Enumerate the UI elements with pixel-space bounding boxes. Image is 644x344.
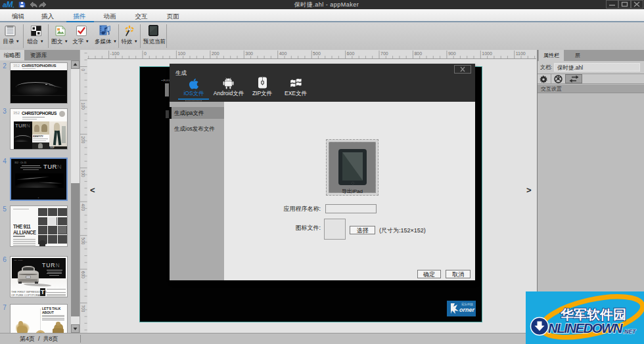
svg-text:100: 100	[81, 102, 85, 110]
svg-text:400: 400	[81, 204, 85, 211]
svg-text:400: 400	[279, 51, 287, 56]
svg-text:500: 500	[313, 51, 321, 56]
svg-text:600: 600	[347, 51, 355, 56]
svg-text:200: 200	[81, 136, 85, 143]
svg-text:700: 700	[380, 51, 388, 56]
svg-text:1100: 1100	[516, 51, 526, 56]
svg-text:300: 300	[81, 170, 85, 177]
svg-text:0: 0	[81, 69, 85, 72]
svg-text:100: 100	[177, 51, 185, 56]
svg-text:200: 200	[212, 51, 219, 56]
svg-text:NLINEDOWN: NLINEDOWN	[548, 320, 624, 335]
svg-text:华军软件园: 华军软件园	[560, 307, 626, 322]
svg-text:-100: -100	[110, 51, 120, 56]
svg-text:300: 300	[245, 51, 253, 56]
svg-text:500: 500	[81, 238, 85, 245]
svg-text:700: 700	[81, 305, 85, 312]
svg-text:.NET: .NET	[623, 328, 636, 335]
svg-text:900: 900	[448, 51, 456, 56]
svg-text:0: 0	[144, 51, 147, 56]
svg-text:600: 600	[81, 271, 85, 278]
svg-text:800: 800	[414, 51, 422, 56]
svg-text:1000: 1000	[482, 51, 492, 56]
